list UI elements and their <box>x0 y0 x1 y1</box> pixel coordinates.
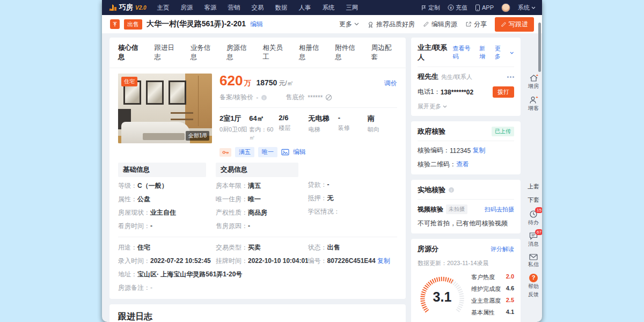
tab-album-info[interactable]: 相册信息 <box>299 43 325 62</box>
content-area: 核心信息 跟进日志 业务信息 房源信息 相关员工 相册信息 附件信息 周边配套 <box>102 33 542 322</box>
user-avatar[interactable] <box>501 3 510 12</box>
owner-more-link[interactable]: 更多 <box>495 45 506 61</box>
spec-edit-link[interactable]: 编辑 <box>293 148 306 157</box>
call-button[interactable]: 拨打 <box>493 86 514 98</box>
property-photo[interactable]: 住宅 全部1/8 <box>118 74 212 143</box>
info-row: 贷款：- <box>308 180 397 189</box>
add-client-button[interactable]: + 增客 <box>528 96 539 112</box>
photo-count-label[interactable]: 全部1/8 <box>186 131 209 141</box>
info-icon[interactable]: i <box>448 187 455 193</box>
edit-property-button[interactable]: 编辑房源 <box>423 20 457 29</box>
scan-to-film-link[interactable]: 扫码去拍摄 <box>485 206 514 214</box>
tab-related-staff[interactable]: 相关员工 <box>263 43 289 62</box>
more-dropdown[interactable]: 更多 <box>339 20 359 29</box>
messages-button[interactable]: 67 消息 <box>528 232 539 248</box>
remark-value: - <box>150 284 152 291</box>
pencil-icon <box>501 21 507 27</box>
add-house-button[interactable]: + 增房 <box>528 74 539 90</box>
navbar-right: 定制 ¥ 充值 APP 系统 <box>421 3 536 12</box>
tab-surroundings[interactable]: 周边配套 <box>371 43 397 62</box>
info-row: 录入时间：2022-07-22 10:52:45 <box>118 257 216 266</box>
followup-title: 跟进日志 <box>118 311 397 322</box>
phone-icon <box>475 4 480 11</box>
envelope-icon <box>529 254 538 260</box>
main-menu: 主页 房源 客源 营销 交易 数据 人事 系统 三网 <box>157 4 358 12</box>
spec-layout: 2室1厅 <box>219 114 249 123</box>
photo-frame <box>169 80 186 105</box>
person-plus-icon: + <box>529 96 538 104</box>
tab-followup-log[interactable]: 跟进日志 <box>154 43 180 62</box>
qr-label: 核验二维码： <box>418 160 456 169</box>
tab-business-info[interactable]: 业务信息 <box>191 43 216 62</box>
tag-full-five[interactable]: 满五 <box>235 147 254 157</box>
menu-item-house[interactable]: 房源 <box>181 4 193 12</box>
brand-logo[interactable]: 巧房 V2.0 <box>108 3 147 12</box>
tag-only-house[interactable]: 唯一 <box>258 147 277 157</box>
owner-header: 业主/联系人 <box>418 43 452 62</box>
info-icon[interactable]: i <box>261 94 267 101</box>
info-row: 编号：807226C451E44 复制 <box>308 257 397 266</box>
floor-price-value: ****** <box>308 94 323 101</box>
spec-columns: 2室1厅0厨0卫0阳 64㎡套内：60㎡ 2/6楼层 无电梯电梯 -装修 南朝向 <box>219 114 397 142</box>
chevron-down-icon <box>443 105 447 108</box>
phone-value: 138******02 <box>441 89 473 96</box>
menu-item-system[interactable]: 系统 <box>323 4 335 12</box>
video-verify-label: 视频核验 <box>418 205 443 214</box>
owner-actions-icon[interactable] <box>507 76 514 78</box>
basic-info-header: 基础信息 <box>118 163 206 177</box>
write-followup-button[interactable]: 写跟进 <box>495 17 534 32</box>
score-gauge: 3.1 <box>418 272 467 318</box>
copy-code-link[interactable]: 复制 <box>377 257 390 265</box>
title-edit-link[interactable]: 编辑 <box>250 20 263 29</box>
view-qr-link[interactable]: 查看 <box>456 160 469 169</box>
photo-shelf <box>171 112 193 114</box>
menu-item-deal[interactable]: 交易 <box>252 4 264 12</box>
tab-attachment-info[interactable]: 附件信息 <box>335 43 361 62</box>
recommend-quality-button[interactable]: 推荐品质好房 <box>367 20 415 29</box>
next-listing-button[interactable]: 下套 <box>528 196 539 204</box>
copy-verify-code-link[interactable]: 复制 <box>473 146 486 155</box>
todo-button[interactable]: 15 待办 <box>528 210 539 226</box>
metric-row: 维护完成度4.6 <box>471 285 514 293</box>
menu-item-data[interactable]: 数据 <box>275 4 288 12</box>
verify-code-label: 核验编码： <box>418 146 450 155</box>
image-icon[interactable] <box>281 149 289 156</box>
divider <box>118 237 397 237</box>
eye-off-icon[interactable] <box>325 94 332 101</box>
unit-price-unit: 元/㎡ <box>279 79 293 88</box>
followup-log-card: 跟进日志 请选择跟进员工 开始日期 → 结 <box>109 304 406 322</box>
system-menu[interactable]: 系统 <box>518 4 536 12</box>
expand-more[interactable]: 展开更多 <box>418 103 514 111</box>
spec-orientation: 南 <box>368 114 397 123</box>
field-note: 不可抢首拍，已有他司核验视频 <box>418 219 514 228</box>
prev-listing-button[interactable]: 上套 <box>528 183 539 191</box>
help-feedback-button[interactable]: ? 帮助 反馈 <box>528 274 539 298</box>
adjust-price-link[interactable]: 调价 <box>384 79 397 88</box>
menu-item-hr[interactable]: 人事 <box>299 4 311 12</box>
svg-text:+: + <box>536 96 538 99</box>
owner-name: 程先生 <box>418 72 438 82</box>
svg-text:i: i <box>264 95 265 100</box>
view-numbers-link[interactable]: 查看号码 <box>452 45 474 61</box>
tab-core-info[interactable]: 核心信息 <box>118 43 144 62</box>
tab-house-info[interactable]: 房源信息 <box>226 43 252 62</box>
svg-text:+: + <box>536 74 538 77</box>
customize-button[interactable]: 定制 <box>421 4 440 12</box>
menu-item-threenet[interactable]: 三网 <box>346 4 358 12</box>
recharge-button[interactable]: ¥ 充值 <box>448 4 467 12</box>
score-explain-link[interactable]: 评分解读 <box>491 245 514 253</box>
menu-item-home[interactable]: 主页 <box>157 4 170 12</box>
owner-role: 先生/联系人 <box>441 73 472 81</box>
key-available-tag[interactable] <box>219 148 231 157</box>
edge-toolbar: + 增房 + 增客 上套 下套 15 待办 67 消息 私信 ? 帮助 <box>525 74 541 304</box>
menu-item-marketing[interactable]: 营销 <box>228 4 240 12</box>
scrollbar-thumb[interactable] <box>538 23 541 72</box>
record-price-value: - <box>256 94 258 101</box>
share-button[interactable]: 分享 <box>465 20 487 29</box>
add-contact-link[interactable]: 新增 <box>479 45 491 61</box>
private-message-button[interactable]: 私信 <box>528 254 539 268</box>
award-icon <box>367 21 374 28</box>
app-button[interactable]: APP <box>475 4 494 11</box>
menu-item-client[interactable]: 客源 <box>204 4 217 12</box>
pin-top-icon[interactable] <box>110 19 120 29</box>
